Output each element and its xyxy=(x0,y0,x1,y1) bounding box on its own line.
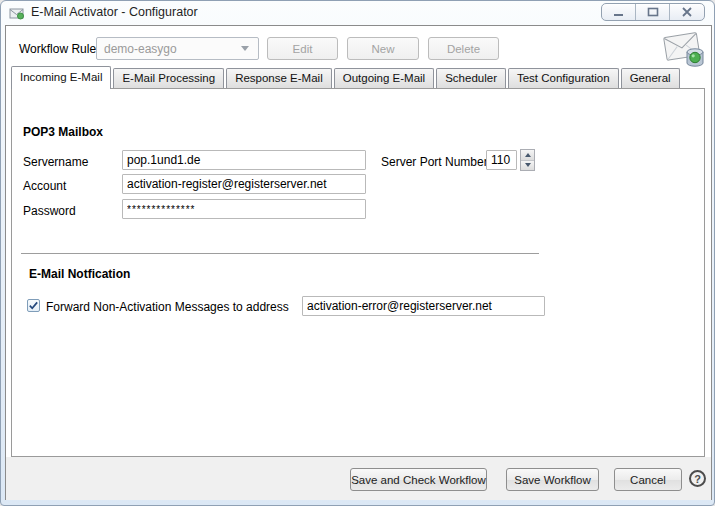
minimize-icon xyxy=(613,7,625,17)
client-area: Workflow Rule demo-easygo Edit New Delet… xyxy=(5,25,712,500)
delete-button[interactable]: Delete xyxy=(428,37,499,60)
workflow-rule-label: Workflow Rule xyxy=(19,42,96,56)
email-notification-header: E-Mail Notfication xyxy=(29,267,130,281)
app-envelope-icon xyxy=(9,5,25,21)
tab-panel-incoming-email: POP3 Mailbox Servername Server Port Numb… xyxy=(11,88,705,457)
maximize-button[interactable] xyxy=(636,4,670,20)
maximize-icon xyxy=(647,7,659,17)
spinner-up-button[interactable] xyxy=(521,150,534,161)
tab-outgoing-email[interactable]: Outgoing E-Mail xyxy=(334,68,434,88)
email-database-icon xyxy=(663,29,707,71)
tab-general[interactable]: General xyxy=(621,68,680,88)
spinner-down-button[interactable] xyxy=(521,161,534,171)
server-port-input[interactable] xyxy=(486,150,517,170)
new-button[interactable]: New xyxy=(347,37,419,60)
forward-messages-label: Forward Non-Activation Messages to addre… xyxy=(46,300,289,314)
workflow-rule-dropdown[interactable]: demo-easygo xyxy=(96,37,259,60)
window: E-Mail Activator - Configurator Workflow xyxy=(0,0,715,506)
forward-messages-checkbox[interactable] xyxy=(27,299,40,312)
window-title: E-Mail Activator - Configurator xyxy=(31,5,198,19)
password-label: Password xyxy=(23,204,76,218)
help-button[interactable]: ? xyxy=(689,470,706,487)
close-button[interactable] xyxy=(670,4,704,20)
save-workflow-button[interactable]: Save Workflow xyxy=(506,468,599,491)
triangle-up-icon xyxy=(525,153,531,157)
minimize-button[interactable] xyxy=(602,4,636,20)
account-label: Account xyxy=(23,179,66,193)
server-port-label: Server Port Number xyxy=(381,155,488,169)
cancel-button[interactable]: Cancel xyxy=(614,468,682,491)
close-icon xyxy=(681,7,693,17)
edit-button[interactable]: Edit xyxy=(267,37,338,60)
triangle-down-icon xyxy=(525,163,531,167)
footer-bar: Save and Check Workflow Save Workflow Ca… xyxy=(6,457,711,500)
tab-email-processing[interactable]: E-Mail Processing xyxy=(113,68,224,88)
tab-test-configuration[interactable]: Test Configuration xyxy=(508,68,619,88)
separator-line xyxy=(21,253,539,254)
server-port-spinner xyxy=(520,149,535,171)
tab-scheduler[interactable]: Scheduler xyxy=(436,68,506,88)
chevron-down-icon xyxy=(241,46,249,51)
account-input[interactable] xyxy=(122,174,366,194)
title-bar: E-Mail Activator - Configurator xyxy=(1,1,714,25)
workflow-rule-value: demo-easygo xyxy=(97,42,241,56)
window-controls xyxy=(601,3,705,21)
question-mark-icon: ? xyxy=(694,473,701,485)
tab-strip: Incoming E-Mail E-Mail Processing Respon… xyxy=(11,66,682,89)
checkmark-icon xyxy=(28,300,39,311)
servername-input[interactable] xyxy=(122,150,366,170)
servername-label: Servername xyxy=(23,155,88,169)
pop3-mailbox-header: POP3 Mailbox xyxy=(23,125,103,139)
tab-incoming-email[interactable]: Incoming E-Mail xyxy=(11,66,111,89)
tab-response-email[interactable]: Response E-Mail xyxy=(226,68,332,88)
save-and-check-workflow-button[interactable]: Save and Check Workflow xyxy=(350,468,487,491)
password-input[interactable] xyxy=(122,199,366,219)
forward-address-input[interactable] xyxy=(302,296,545,316)
